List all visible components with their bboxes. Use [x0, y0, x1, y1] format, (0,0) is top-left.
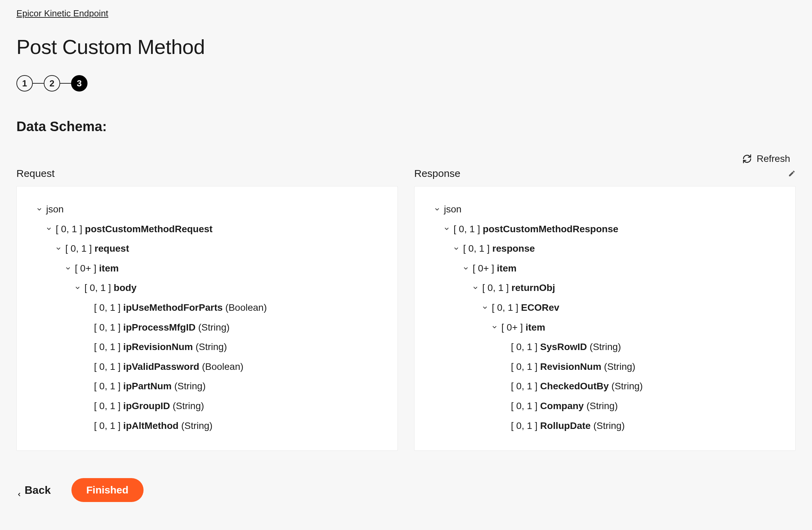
- tree-row[interactable]: [ 0, 1 ] ECORev: [434, 298, 776, 318]
- tree-node-label: [ 0, 1 ] CheckedOutBy (String): [511, 380, 643, 392]
- step-1[interactable]: 1: [16, 75, 33, 92]
- tree-row[interactable]: [ 0+ ] item: [434, 259, 776, 278]
- request-header: Request: [16, 168, 55, 179]
- tree-node-label: [ 0, 1 ] ECORev: [492, 302, 559, 313]
- tree-row: [ 0, 1 ] ipGroupID (String): [36, 396, 378, 416]
- tree-row: [ 0, 1 ] Company (String): [434, 396, 776, 416]
- tree-row[interactable]: [ 0, 1 ] body: [36, 278, 378, 298]
- chevron-down-icon[interactable]: [453, 245, 460, 252]
- tree-row: [ 0, 1 ] CheckedOutBy (String): [434, 376, 776, 396]
- tree-row[interactable]: [ 0, 1 ] postCustomMethodRequest: [36, 219, 378, 239]
- edit-icon[interactable]: [788, 170, 796, 177]
- stepper: 1 2 3: [16, 75, 796, 92]
- tree-row[interactable]: json: [36, 199, 378, 219]
- tree-row: [ 0, 1 ] ipUseMethodForParts (Boolean): [36, 298, 378, 318]
- tree-node-label: [ 0, 1 ] postCustomMethodResponse: [454, 223, 618, 235]
- tree-row[interactable]: [ 0+ ] item: [36, 259, 378, 278]
- page-title: Post Custom Method: [16, 35, 796, 59]
- tree-node-label: [ 0, 1 ] response: [463, 243, 535, 254]
- refresh-icon: [742, 154, 752, 164]
- chevron-down-icon[interactable]: [55, 245, 62, 252]
- chevron-down-icon[interactable]: [36, 206, 43, 213]
- chevron-down-icon[interactable]: [434, 206, 441, 213]
- footer: Back Finished: [16, 478, 796, 502]
- section-heading: Data Schema:: [16, 119, 796, 134]
- tree-node-label: [ 0, 1 ] ipAltMethod (String): [94, 420, 213, 432]
- tree-node-label: [ 0, 1 ] Company (String): [511, 400, 618, 412]
- chevron-down-icon[interactable]: [443, 225, 450, 232]
- tree-node-label: [ 0, 1 ] postCustomMethodRequest: [56, 223, 213, 235]
- chevron-down-icon[interactable]: [491, 324, 498, 331]
- response-schema-panel: json[ 0, 1 ] postCustomMethodResponse[ 0…: [414, 186, 796, 451]
- chevron-down-icon[interactable]: [462, 265, 469, 272]
- refresh-button[interactable]: Refresh: [742, 153, 790, 164]
- refresh-label: Refresh: [757, 153, 790, 164]
- tree-row[interactable]: [ 0+ ] item: [434, 318, 776, 337]
- response-column: Response json[ 0, 1 ] postCustomMethodRe…: [414, 168, 796, 451]
- tree-row[interactable]: [ 0, 1 ] postCustomMethodResponse: [434, 219, 776, 239]
- chevron-down-icon[interactable]: [472, 284, 479, 291]
- tree-node-label: [ 0, 1 ] ipProcessMfgID (String): [94, 322, 230, 333]
- tree-node-label: [ 0, 1 ] ipRevisionNum (String): [94, 341, 227, 353]
- request-column: Request json[ 0, 1 ] postCustomMethodReq…: [16, 168, 398, 451]
- tree-row: [ 0, 1 ] SysRowID (String): [434, 337, 776, 357]
- step-connector: [60, 83, 71, 84]
- tree-node-label: [ 0, 1 ] SysRowID (String): [511, 341, 621, 353]
- tree-row[interactable]: [ 0, 1 ] request: [36, 239, 378, 259]
- tree-node-label: [ 0+ ] item: [473, 263, 516, 274]
- tree-node-label: [ 0, 1 ] ipUseMethodForParts (Boolean): [94, 302, 267, 313]
- tree-node-label: [ 0, 1 ] RevisionNum (String): [511, 361, 635, 373]
- tree-node-label: json: [444, 204, 461, 215]
- tree-row: [ 0, 1 ] ipProcessMfgID (String): [36, 318, 378, 337]
- chevron-down-icon[interactable]: [45, 225, 52, 232]
- breadcrumb[interactable]: Epicor Kinetic Endpoint: [16, 8, 108, 19]
- request-schema-panel: json[ 0, 1 ] postCustomMethodRequest[ 0,…: [16, 186, 398, 451]
- tree-row[interactable]: json: [434, 199, 776, 219]
- tree-node-label: [ 0, 1 ] RollupDate (String): [511, 420, 625, 432]
- tree-row: [ 0, 1 ] ipAltMethod (String): [36, 416, 378, 436]
- tree-row: [ 0, 1 ] ipValidPassword (Boolean): [36, 357, 378, 377]
- chevron-down-icon[interactable]: [74, 284, 81, 291]
- tree-node-label: [ 0+ ] item: [75, 263, 119, 274]
- tree-row[interactable]: [ 0, 1 ] returnObj: [434, 278, 776, 298]
- tree-row: [ 0, 1 ] RollupDate (String): [434, 416, 776, 436]
- tree-row: [ 0, 1 ] ipRevisionNum (String): [36, 337, 378, 357]
- tree-row: [ 0, 1 ] RevisionNum (String): [434, 357, 776, 377]
- toolbar: Refresh: [16, 153, 796, 164]
- tree-node-label: [ 0, 1 ] request: [65, 243, 129, 254]
- tree-node-label: [ 0, 1 ] ipValidPassword (Boolean): [94, 361, 243, 373]
- chevron-left-icon: [16, 487, 22, 493]
- chevron-down-icon[interactable]: [65, 265, 71, 272]
- finished-button[interactable]: Finished: [71, 478, 144, 502]
- step-2[interactable]: 2: [44, 75, 60, 92]
- tree-node-label: json: [46, 204, 64, 215]
- step-3[interactable]: 3: [71, 75, 87, 92]
- tree-node-label: [ 0, 1 ] ipPartNum (String): [94, 380, 206, 392]
- tree-node-label: [ 0, 1 ] returnObj: [482, 282, 555, 294]
- schema-columns: Request json[ 0, 1 ] postCustomMethodReq…: [16, 168, 796, 451]
- tree-row[interactable]: [ 0, 1 ] response: [434, 239, 776, 259]
- response-header: Response: [414, 168, 460, 179]
- tree-row: [ 0, 1 ] ipPartNum (String): [36, 376, 378, 396]
- back-label: Back: [25, 484, 51, 497]
- step-connector: [33, 83, 44, 84]
- tree-node-label: [ 0+ ] item: [501, 322, 545, 333]
- tree-node-label: [ 0, 1 ] body: [84, 282, 137, 294]
- chevron-down-icon[interactable]: [482, 304, 488, 311]
- tree-node-label: [ 0, 1 ] ipGroupID (String): [94, 400, 204, 412]
- back-button[interactable]: Back: [16, 484, 51, 497]
